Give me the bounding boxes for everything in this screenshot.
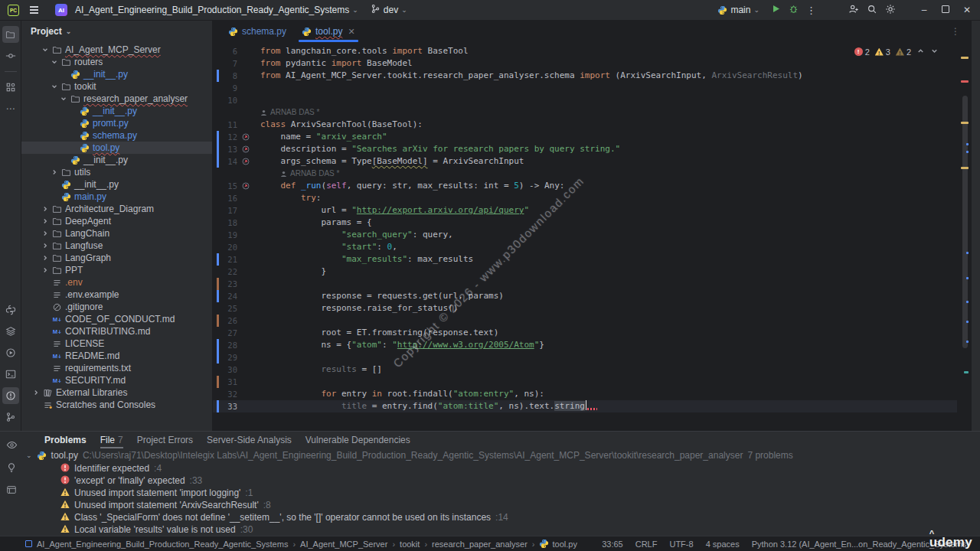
- tree-item-main-py[interactable]: main.py: [21, 191, 212, 203]
- status-widget[interactable]: 33:65: [602, 540, 623, 549]
- tree-item-promt-py[interactable]: promt.py: [21, 117, 212, 129]
- tree-item-external-libraries[interactable]: External Libraries: [21, 386, 212, 399]
- problem-item[interactable]: Unused import statement 'ArxivSearchResu…: [23, 499, 980, 511]
- tab-close-icon[interactable]: ✕: [348, 27, 354, 37]
- tool-project-icon[interactable]: [2, 26, 19, 43]
- tree-item-requirements-txt[interactable]: requirements.txt: [21, 362, 212, 374]
- tree-item-gitignore[interactable]: .gitignore: [21, 301, 212, 313]
- tree-item-license[interactable]: LICENSE: [21, 337, 212, 350]
- problems-tab-server-side-analysis[interactable]: Server-Side Analysis: [200, 432, 299, 448]
- tree-item-init-py[interactable]: __init__.py: [21, 68, 212, 80]
- tool-more-icon[interactable]: ⋯: [2, 100, 19, 117]
- tree-item-tookit[interactable]: tookit: [21, 80, 212, 93]
- breadcrumb-ai-agent-mcp-server[interactable]: AI_Agent_MCP_Server: [300, 540, 387, 549]
- problem-item[interactable]: 'except' or 'finally' expected:33: [23, 474, 980, 487]
- debug-button[interactable]: [789, 4, 799, 16]
- quickfix-bulb-icon[interactable]: [6, 462, 17, 476]
- chevron-down-icon[interactable]: [41, 46, 50, 54]
- code-with-me-icon[interactable]: [848, 4, 859, 17]
- tool-run-icon[interactable]: [2, 344, 19, 361]
- chevron-right-icon[interactable]: [41, 254, 50, 262]
- status-widget[interactable]: 4 spaces: [706, 540, 740, 549]
- status-widget[interactable]: CRLF: [635, 540, 658, 549]
- chevron-right-icon[interactable]: [50, 168, 59, 176]
- tree-item-init-py[interactable]: __init__.py: [21, 105, 212, 117]
- chevron-down-icon[interactable]: [50, 58, 59, 66]
- maximize-button[interactable]: [939, 5, 952, 15]
- tree-item-research-paper-analyser[interactable]: research_paper_analyser: [21, 93, 212, 105]
- run-button[interactable]: [771, 4, 781, 16]
- tab-schema-py[interactable]: schema.py: [220, 21, 294, 42]
- tree-item-schema-py[interactable]: schema.py: [21, 129, 212, 142]
- chevron-right-icon[interactable]: [41, 266, 50, 274]
- prev-problem-icon[interactable]: [916, 47, 925, 57]
- chevron-right-icon[interactable]: [31, 389, 41, 396]
- status-widget[interactable]: UTF-8: [669, 540, 693, 549]
- main-menu-icon[interactable]: [28, 4, 41, 15]
- tree-item-routers[interactable]: routers: [21, 56, 212, 68]
- problems-tab-file[interactable]: File7: [93, 432, 130, 448]
- tool-git-icon[interactable]: [2, 409, 19, 425]
- breadcrumb-ai-agent-engineering-build-production-ready-agentic-systems[interactable]: AI_Agent_Engineering_Build_Production_Re…: [37, 540, 288, 549]
- error-stripe[interactable]: [959, 42, 971, 431]
- stripe-mark: [961, 167, 969, 169]
- tree-item-code-of-conduct-md[interactable]: MCODE_OF_CONDUCT.md: [21, 313, 212, 325]
- breadcrumb-tool-py[interactable]: tool.py: [539, 539, 577, 549]
- tree-item-deepagent[interactable]: DeepAgent: [21, 215, 212, 227]
- tree-item-langgraph[interactable]: LangGraph: [21, 252, 212, 264]
- problem-item[interactable]: Identifier expected:4: [23, 462, 980, 474]
- vcs-branch-widget[interactable]: dev ⌄: [367, 2, 411, 18]
- tree-item-init-py[interactable]: __init__.py: [21, 154, 212, 166]
- chevron-right-icon[interactable]: [41, 205, 50, 213]
- problems-file-row[interactable]: ⌄ tool.py C:\Users\raj71\Desktop\Inteleg…: [23, 448, 980, 462]
- tree-item-init-py[interactable]: __init__.py: [21, 178, 212, 191]
- tree-item-utils[interactable]: utils: [21, 166, 212, 178]
- tool-structure-icon[interactable]: [2, 79, 19, 96]
- run-configuration-selector[interactable]: main ⌄: [714, 2, 763, 18]
- chevron-right-icon[interactable]: [41, 217, 50, 225]
- search-everywhere-icon[interactable]: [867, 4, 877, 17]
- problem-item[interactable]: Unused import statement 'import logging'…: [23, 487, 980, 499]
- problems-tab-project-errors[interactable]: Project Errors: [130, 432, 200, 448]
- tool-python-packages-icon[interactable]: [2, 302, 19, 318]
- next-problem-icon[interactable]: [930, 47, 939, 57]
- tree-item-langfuse[interactable]: Langfuse: [21, 240, 212, 252]
- tool-terminal-icon[interactable]: [2, 366, 19, 383]
- tool-services-icon[interactable]: [2, 323, 19, 340]
- tree-item-ppt[interactable]: PPT: [21, 264, 212, 276]
- close-button[interactable]: ✕: [960, 5, 974, 15]
- tab-list-icon[interactable]: ⋮: [951, 26, 960, 37]
- problem-item[interactable]: Local variable 'results' value is not us…: [23, 523, 980, 536]
- tool-commit-icon[interactable]: [2, 47, 19, 64]
- problem-item[interactable]: Class '_SpecialForm' does not define '__…: [23, 511, 980, 523]
- tree-item-security-md[interactable]: MSECURITY.md: [21, 374, 212, 386]
- preview-details-icon[interactable]: [6, 484, 17, 498]
- minimize-button[interactable]: –: [917, 5, 931, 15]
- tree-item-tool-py[interactable]: tool.py: [21, 142, 212, 154]
- code-editor[interactable]: 6from langchain_core.tools import BaseTo…: [213, 42, 971, 431]
- settings-gear-icon[interactable]: [885, 4, 896, 17]
- tree-item-readme-md[interactable]: MREADME.md: [21, 350, 212, 362]
- chevron-down-icon[interactable]: [50, 83, 59, 90]
- editor-scrollbar[interactable]: [962, 96, 968, 348]
- inspection-widget[interactable]: !2 !3 !2: [851, 45, 942, 58]
- chevron-right-icon[interactable]: [41, 230, 50, 237]
- problems-tab-vulnerable-dependencies[interactable]: Vulnerable Dependencies: [299, 432, 417, 448]
- tool-problems-icon[interactable]: [2, 387, 19, 404]
- more-actions-icon[interactable]: ⋮: [806, 5, 816, 16]
- tree-item-contributing-md[interactable]: MCONTRIBUTING.md: [21, 325, 212, 337]
- tree-item-env-example[interactable]: .env.example: [21, 289, 212, 301]
- tree-item-scratches-and-consoles[interactable]: Scratches and Consoles: [21, 399, 212, 411]
- tab-tool-py[interactable]: tool.py✕: [294, 21, 363, 42]
- tree-item-langchain[interactable]: LangChain: [21, 227, 212, 240]
- tree-item-architecture-diagram[interactable]: Architecture_Diagram: [21, 203, 212, 215]
- project-widget[interactable]: AI AI_Agent_Engineering_Build_Production…: [51, 2, 362, 18]
- view-options-icon[interactable]: [6, 439, 18, 454]
- chevron-down-icon[interactable]: [59, 95, 68, 103]
- breadcrumb-research-paper-analyser[interactable]: research_paper_analyser: [432, 540, 528, 549]
- chevron-right-icon[interactable]: [41, 242, 50, 249]
- chevron-down-icon[interactable]: ⌄: [66, 28, 72, 35]
- tree-item-env[interactable]: .env: [21, 276, 212, 289]
- tree-item-ai-agent-mcp-server[interactable]: AI_Agent_MCP_Server: [21, 44, 212, 56]
- breadcrumb-tookit[interactable]: tookit: [400, 540, 420, 549]
